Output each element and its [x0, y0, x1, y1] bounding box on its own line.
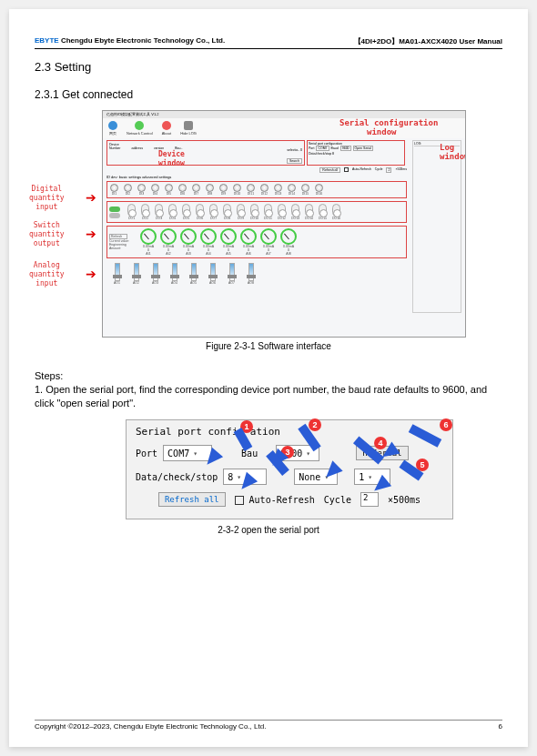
subsection-title: 2.3.1 Get connected	[35, 88, 502, 101]
do-switch[interactable]	[305, 204, 313, 217]
all-on-button[interactable]	[109, 207, 120, 212]
toolbar-btn-hidelog[interactable]: Hide LOG	[180, 121, 197, 136]
ao-slider[interactable]	[153, 263, 158, 281]
di-item: DI4	[150, 184, 160, 196]
log-box: LOG	[412, 140, 461, 313]
do-switch[interactable]	[127, 204, 136, 217]
label-device: Device	[158, 150, 185, 158]
do-switch[interactable]	[168, 204, 177, 217]
auto-refresh-checkbox[interactable]	[235, 496, 244, 505]
cycle-input[interactable]: 2	[360, 492, 379, 507]
ao-item: AO6	[208, 263, 218, 285]
label-device2: window	[158, 159, 185, 167]
do-item: DO12	[277, 204, 287, 220]
di-item: DI3	[137, 184, 147, 196]
cycle-input-mini[interactable]: 2	[386, 167, 391, 173]
arrow-ai: ➔	[86, 267, 96, 281]
do-switch[interactable]	[278, 204, 286, 217]
refresh-all-mini[interactable]: Refresh all	[319, 167, 340, 173]
gauge-icon	[280, 228, 297, 245]
do-switch[interactable]	[237, 204, 245, 217]
do-item: DO9	[236, 204, 246, 220]
ai-item: 0.00mA0AI7	[260, 228, 277, 256]
do-item: DO4	[167, 204, 177, 220]
do-item: DO10	[249, 204, 259, 220]
do-item: DO3	[154, 204, 164, 220]
toolbar-btn-about[interactable]: About	[162, 121, 171, 136]
ai-item: 0.00mA0AI8	[280, 228, 297, 256]
ao-slider[interactable]	[115, 263, 120, 281]
di-led	[260, 184, 268, 192]
do-switch[interactable]	[264, 204, 272, 217]
do-item: DO14	[304, 204, 314, 220]
do-item: DO13	[290, 204, 300, 220]
do-switch[interactable]	[141, 204, 149, 217]
ai-item: 0.00mA0AI1	[140, 228, 157, 256]
gauge-icon	[240, 228, 257, 245]
ao-slider[interactable]	[248, 263, 254, 281]
search-button[interactable]: Search	[287, 158, 302, 164]
di-item: DI6	[177, 184, 187, 196]
ao-slider[interactable]	[191, 263, 197, 281]
do-switch[interactable]	[291, 204, 299, 217]
ao-row: AO1AO2AO3AO4AO5AO6AO7AO8	[106, 261, 407, 287]
all-off-button[interactable]	[109, 213, 120, 218]
copyright: Copyright ©2012–2023, Chengdu Ebyte Elec…	[35, 722, 266, 731]
do-item: DO8	[222, 204, 232, 220]
toolbar-btn-home[interactable]: 网页	[108, 121, 117, 136]
do-switch[interactable]	[196, 204, 204, 217]
di-item: DI9	[218, 184, 228, 196]
di-row: DI1DI2DI3DI4DI5DI6DI7DI8DI9DI10DI11DI12D…	[106, 181, 407, 198]
ai-item: 0.00mA0AI3	[180, 228, 197, 256]
do-switch[interactable]	[155, 204, 163, 217]
log-panel: LOG	[412, 140, 461, 313]
refresh-all-button[interactable]: Refresh all	[158, 492, 226, 507]
baud-select-mini[interactable]: 9600	[340, 146, 351, 151]
di-led	[151, 184, 159, 192]
di-led	[110, 184, 118, 192]
di-led	[233, 184, 241, 192]
figure-1-caption: Figure 2-3-1 Software interface	[35, 341, 502, 351]
port-select-mini[interactable]: COM7	[316, 146, 329, 151]
do-switch[interactable]	[250, 204, 258, 217]
tabs[interactable]: ID dev: basic settings advanced settings	[106, 175, 407, 179]
label-serial-config: Serial configuration	[339, 118, 438, 127]
ao-item: AO5	[188, 263, 198, 285]
refresh-row: Refresh all Auto-Refresh Cycle 2 ×500ms	[136, 492, 443, 507]
gauge-icon	[160, 228, 177, 245]
do-item: DO5	[181, 204, 191, 220]
toolbar-btn-network[interactable]: Network Control	[127, 121, 153, 136]
ao-slider[interactable]	[134, 263, 139, 281]
ai-header-col: Refresh Current value: Engineering Amoun…	[109, 234, 137, 250]
step-1: 1. Open the serial port, find the corres…	[35, 383, 502, 410]
auto-refresh-chk-mini[interactable]	[344, 167, 349, 172]
do-switch[interactable]	[223, 204, 231, 217]
steps: Steps: 1. Open the serial port, find the…	[35, 369, 502, 410]
do-item: DO11	[263, 204, 273, 220]
ai-row: Refresh Current value: Engineering Amoun…	[106, 226, 407, 258]
di-led	[192, 184, 200, 192]
di-led	[124, 184, 132, 192]
do-switch[interactable]	[332, 204, 340, 217]
open-serial-mini[interactable]: Open Serial	[353, 146, 373, 151]
ai-item: 0.00mA0AI2	[160, 228, 177, 256]
do-item: DO1	[127, 204, 137, 220]
label-log: Log window	[440, 143, 466, 161]
serial-config-panel: Serial port confixxation Port COM7 Bau 9…	[126, 419, 453, 519]
software-window: 亿佰特IO模块配置测试工具 V1.2 网页 Network Control Ab…	[102, 110, 466, 338]
ao-item: AO7	[227, 263, 237, 285]
page: EBYTE Chengdu Ebyte Electronic Technolog…	[9, 9, 528, 747]
do-switch[interactable]	[319, 204, 327, 217]
company: Chengdu Ebyte Electronic Technology Co.,…	[61, 36, 225, 45]
ao-slider[interactable]	[172, 263, 177, 281]
di-item: DI14	[287, 184, 297, 196]
di-item: DI7	[191, 184, 201, 196]
do-switch[interactable]	[209, 204, 218, 217]
anno-di: Digital quantity input	[29, 185, 65, 212]
do-switch[interactable]	[182, 204, 190, 217]
ao-item: AO3	[150, 263, 160, 285]
ao-slider[interactable]	[210, 263, 216, 281]
ao-item: AO2	[131, 263, 141, 285]
ao-slider[interactable]	[229, 263, 235, 281]
page-number: 6	[499, 722, 502, 731]
